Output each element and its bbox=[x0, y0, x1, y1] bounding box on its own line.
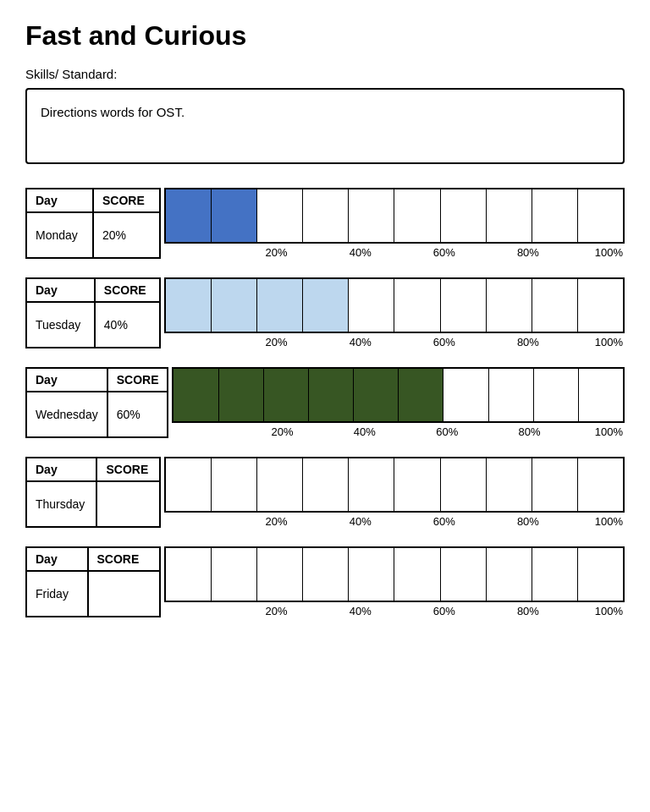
page-title: Fast and Curious bbox=[25, 20, 625, 52]
bar-area-tuesday: 20%40%60%80%100% bbox=[164, 277, 625, 348]
bar-label-20%: 20% bbox=[212, 425, 295, 438]
bar-cell-8 bbox=[532, 458, 578, 511]
bar-cell-1 bbox=[212, 458, 257, 511]
score-table-wednesday: DaySCOREWednesday60% bbox=[25, 367, 168, 438]
bar-cell-4 bbox=[349, 458, 394, 511]
chart-section-friday: DaySCOREFriday20%40%60%80%100% bbox=[25, 546, 625, 617]
bar-labels-thursday: 20%40%60%80%100% bbox=[164, 515, 625, 528]
bar-label-100%: 100% bbox=[541, 605, 625, 617]
bar-cell-8 bbox=[532, 189, 578, 242]
bar-cell-7 bbox=[487, 548, 532, 601]
bar-label-60%: 60% bbox=[373, 246, 457, 259]
bar-cell-9 bbox=[579, 369, 623, 421]
bar-label-80%: 80% bbox=[457, 515, 541, 528]
day-cell-wednesday: Wednesday bbox=[26, 392, 107, 437]
bar-cell-5 bbox=[394, 189, 440, 242]
bar-label-40%: 40% bbox=[289, 246, 373, 259]
bar-label-40%: 40% bbox=[289, 515, 373, 528]
bar-grid-monday bbox=[164, 188, 625, 244]
bar-cell-0 bbox=[166, 189, 212, 242]
bar-cell-4 bbox=[349, 279, 394, 332]
bar-label-100%: 100% bbox=[541, 246, 625, 259]
score-cell-friday bbox=[88, 571, 160, 617]
bar-cell-9 bbox=[578, 548, 623, 601]
bar-labels-tuesday: 20%40%60%80%100% bbox=[164, 336, 625, 348]
day-cell-thursday: Thursday bbox=[26, 481, 96, 527]
bar-area-thursday: 20%40%60%80%100% bbox=[164, 457, 625, 528]
bar-cell-1 bbox=[212, 189, 257, 242]
col-header-day: Day bbox=[26, 458, 96, 481]
chart-section-tuesday: DaySCORETuesday40%20%40%60%80%100% bbox=[25, 277, 625, 348]
col-header-score: SCORE bbox=[93, 189, 160, 212]
bar-area-wednesday: 20%40%60%80%100% bbox=[172, 367, 625, 438]
bar-label-20%: 20% bbox=[206, 336, 289, 348]
bar-label-40%: 40% bbox=[295, 425, 377, 438]
bar-cell-4 bbox=[354, 369, 399, 421]
score-table-monday: DaySCOREMonday20% bbox=[25, 188, 161, 259]
bar-cell-1 bbox=[212, 279, 257, 332]
day-cell-monday: Monday bbox=[26, 212, 93, 258]
bar-cell-0 bbox=[174, 369, 218, 421]
col-header-score: SCORE bbox=[95, 278, 160, 302]
bar-cell-5 bbox=[399, 369, 443, 421]
bar-cell-2 bbox=[257, 279, 303, 332]
bar-label-40%: 40% bbox=[289, 605, 373, 617]
bar-labels-friday: 20%40%60%80%100% bbox=[164, 605, 625, 617]
col-header-score: SCORE bbox=[107, 368, 168, 392]
bar-label-20%: 20% bbox=[206, 515, 289, 528]
bar-cell-7 bbox=[487, 458, 532, 511]
bar-cell-9 bbox=[578, 279, 623, 332]
bar-cell-6 bbox=[441, 189, 487, 242]
bar-cell-3 bbox=[309, 369, 354, 421]
bar-label-60%: 60% bbox=[373, 336, 457, 348]
bar-cell-0 bbox=[166, 279, 212, 332]
bar-label-100%: 100% bbox=[543, 425, 625, 438]
score-table-tuesday: DaySCORETuesday40% bbox=[25, 277, 161, 348]
bar-cell-2 bbox=[257, 548, 303, 601]
bar-cell-4 bbox=[349, 548, 394, 601]
chart-section-thursday: DaySCOREThursday20%40%60%80%100% bbox=[25, 457, 625, 528]
bar-cell-6 bbox=[443, 369, 488, 421]
bar-area-friday: 20%40%60%80%100% bbox=[164, 546, 625, 617]
score-cell-wednesday: 60% bbox=[107, 392, 168, 437]
bar-cell-0 bbox=[166, 548, 212, 601]
bar-cell-2 bbox=[257, 189, 303, 242]
bar-area-monday: 20%40%60%80%100% bbox=[164, 188, 625, 259]
bar-label-80%: 80% bbox=[460, 425, 542, 438]
bar-cell-8 bbox=[532, 279, 578, 332]
score-cell-thursday bbox=[96, 481, 160, 527]
bar-cell-9 bbox=[578, 458, 623, 511]
bar-label-80%: 80% bbox=[457, 605, 541, 617]
directions-text: Directions words for OST. bbox=[41, 105, 185, 119]
bar-cell-2 bbox=[264, 369, 309, 421]
bar-cell-3 bbox=[303, 458, 349, 511]
score-table-thursday: DaySCOREThursday bbox=[25, 457, 161, 528]
bar-cell-3 bbox=[303, 279, 349, 332]
skills-label: Skills/ Standard: bbox=[25, 67, 625, 81]
bar-cell-4 bbox=[349, 189, 394, 242]
bar-grid-tuesday bbox=[164, 277, 625, 333]
col-header-score: SCORE bbox=[96, 458, 160, 481]
bar-cell-0 bbox=[166, 458, 212, 511]
bar-cell-9 bbox=[578, 189, 623, 242]
bar-grid-wednesday bbox=[172, 367, 625, 423]
bar-label-100%: 100% bbox=[541, 336, 625, 348]
chart-section-monday: DaySCOREMonday20%20%40%60%80%100% bbox=[25, 188, 625, 259]
bar-label-40%: 40% bbox=[289, 336, 373, 348]
bar-cell-2 bbox=[257, 458, 303, 511]
bar-cell-8 bbox=[532, 548, 578, 601]
bar-cell-6 bbox=[441, 548, 487, 601]
col-header-day: Day bbox=[26, 189, 93, 212]
bar-grid-friday bbox=[164, 546, 625, 602]
bar-cell-3 bbox=[303, 548, 349, 601]
score-table-friday: DaySCOREFriday bbox=[25, 546, 161, 617]
bar-cell-7 bbox=[487, 279, 532, 332]
bar-label-20%: 20% bbox=[206, 246, 289, 259]
col-header-day: Day bbox=[26, 547, 88, 571]
col-header-score: SCORE bbox=[88, 547, 160, 571]
col-header-day: Day bbox=[26, 368, 107, 392]
bar-labels-wednesday: 20%40%60%80%100% bbox=[172, 425, 625, 438]
bar-cell-5 bbox=[394, 548, 440, 601]
bar-cell-7 bbox=[487, 189, 532, 242]
chart-section-wednesday: DaySCOREWednesday60%20%40%60%80%100% bbox=[25, 367, 625, 438]
